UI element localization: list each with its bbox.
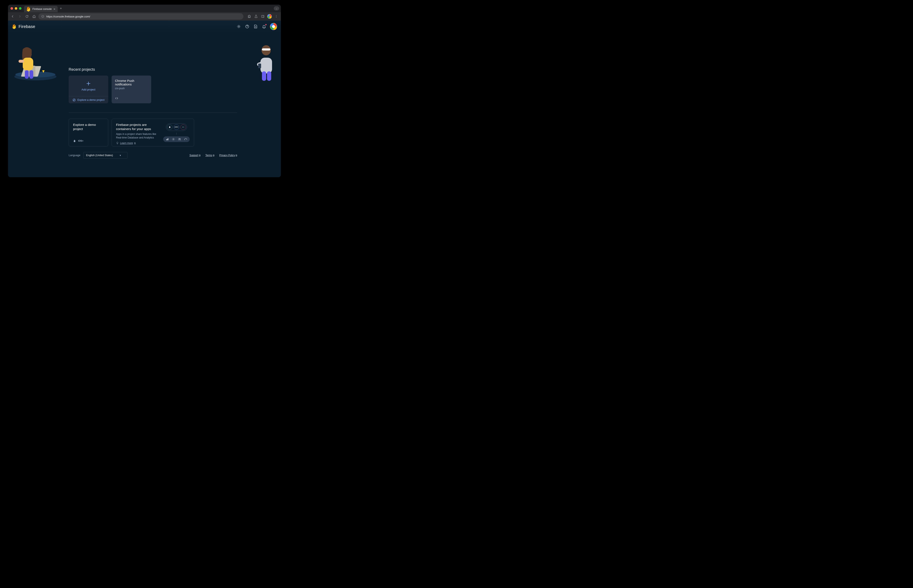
firebase-favicon-icon — [26, 6, 31, 12]
svg-rect-1 — [262, 15, 264, 18]
lightbulb-icon — [116, 142, 119, 144]
add-project-label: Add project — [81, 88, 96, 91]
svg-rect-22 — [258, 63, 261, 68]
tab-overflow-button[interactable]: ⌄ — [274, 6, 279, 11]
svg-rect-15 — [29, 70, 33, 79]
forward-button[interactable] — [17, 13, 23, 19]
back-button[interactable] — [10, 13, 16, 19]
notification-badge-icon — [265, 24, 267, 26]
new-tab-button[interactable]: + — [58, 6, 64, 10]
project-platform-icon — [115, 97, 148, 100]
cloud-icon — [184, 137, 187, 141]
language-select[interactable]: English (United States) ▼ — [83, 152, 128, 159]
home-button[interactable] — [31, 13, 37, 19]
add-project-tile: Add project Explore a demo project — [69, 76, 108, 103]
svg-point-4 — [276, 17, 277, 18]
project-cards-row: Add project Explore a demo project Chrom… — [69, 76, 237, 103]
external-link-icon: ⧉ — [199, 154, 201, 157]
notifications-button[interactable] — [262, 24, 267, 29]
svg-rect-24 — [166, 139, 167, 140]
learn-more-label: Learn more — [120, 142, 133, 145]
illustration-right — [249, 39, 281, 81]
explore-card-title: Explore a demo project — [73, 123, 104, 131]
firebase-console-page: Firebase — [8, 21, 281, 177]
browser-toolbar: https://console.firebase.google.com/ — [8, 12, 281, 21]
minimize-window-button[interactable] — [15, 7, 17, 10]
toolbar-right — [246, 13, 279, 19]
svg-rect-18 — [267, 71, 271, 81]
ios-pill-icon: iOS+ — [174, 124, 179, 130]
url-text: https://console.firebase.google.com/ — [46, 15, 90, 18]
hero-banner — [8, 32, 281, 81]
language-label: Language — [69, 154, 81, 157]
svg-point-3 — [276, 16, 277, 17]
firebase-header: Firebase — [8, 21, 281, 32]
containers-info-card: Firebase projects are containers for you… — [112, 119, 194, 147]
side-panel-button[interactable] — [260, 13, 266, 19]
window-controls — [11, 7, 21, 10]
svg-point-27 — [173, 139, 174, 139]
svg-rect-16 — [261, 58, 272, 73]
svg-point-28 — [179, 138, 180, 139]
analytics-icon — [166, 137, 169, 141]
avatar-icon — [267, 14, 272, 19]
add-project-button[interactable]: Add project — [69, 76, 108, 96]
site-info-icon[interactable] — [41, 15, 44, 18]
illustration-left — [12, 39, 58, 81]
users-icon — [178, 137, 181, 141]
firebase-logo-icon — [12, 24, 16, 29]
web-pill-icon — [180, 124, 186, 130]
project-id: crx-push — [115, 87, 148, 90]
android-icon — [73, 139, 76, 142]
address-bar[interactable]: https://console.firebase.google.com/ — [38, 13, 243, 19]
tab-title: Firebase console — [32, 8, 52, 11]
containers-visual: iOS+ — [163, 123, 190, 142]
svg-rect-14 — [25, 70, 29, 79]
chevron-down-icon: ▼ — [119, 154, 121, 157]
docs-button[interactable] — [253, 24, 258, 29]
fullscreen-window-button[interactable] — [19, 7, 21, 10]
extensions-button[interactable] — [246, 13, 252, 19]
svg-rect-20 — [262, 48, 270, 50]
web-icon — [115, 97, 118, 100]
ios-icon: iOS+ — [78, 139, 83, 142]
tab-bar: Firebase console ✕ + ⌄ — [8, 5, 281, 12]
main-content: Recent projects Add project Explore a de… — [69, 81, 237, 163]
learn-more-link[interactable]: Learn more ⧉ — [116, 142, 159, 145]
language-value: English (United States) — [86, 154, 113, 157]
containers-subtitle: Apps in a project share features like Re… — [116, 132, 159, 139]
compass-icon — [73, 98, 76, 102]
labs-button[interactable] — [253, 13, 259, 19]
explore-demo-link[interactable]: Explore a demo project — [69, 96, 108, 103]
close-tab-button[interactable]: ✕ — [53, 8, 56, 11]
help-button[interactable] — [244, 24, 250, 29]
browser-window: Firebase console ✕ + ⌄ https://console.f… — [8, 5, 281, 177]
page-footer: Language English (United States) ▼ Suppo… — [69, 152, 237, 159]
project-card[interactable]: Chrome Push notifications crx-push — [112, 76, 151, 103]
browser-tab[interactable]: Firebase console ✕ — [24, 6, 58, 12]
terms-link[interactable]: Terms⧉ — [205, 154, 214, 157]
reload-button[interactable] — [24, 13, 30, 19]
settings-icon — [172, 137, 175, 141]
close-window-button[interactable] — [11, 7, 13, 10]
svg-point-5 — [238, 26, 240, 27]
chrome-menu-button[interactable] — [273, 13, 279, 19]
svg-point-29 — [180, 139, 180, 139]
svg-rect-25 — [167, 139, 168, 141]
project-name: Chrome Push notifications — [115, 79, 148, 86]
android-pill-icon — [167, 124, 172, 130]
profile-icon[interactable] — [267, 13, 272, 19]
svg-point-23 — [73, 99, 75, 101]
svg-rect-17 — [262, 71, 266, 81]
external-link-icon: ⧉ — [236, 154, 237, 157]
support-link[interactable]: Support⧉ — [189, 154, 201, 157]
external-link-icon: ⧉ — [213, 154, 214, 157]
theme-toggle-button[interactable] — [236, 24, 241, 29]
explore-card-platforms: iOS+ — [73, 139, 104, 142]
privacy-link[interactable]: Privacy Policy⧉ — [219, 154, 237, 157]
explore-demo-label: Explore a demo project — [78, 99, 105, 102]
containers-title: Firebase projects are containers for you… — [116, 123, 159, 131]
svg-rect-26 — [168, 138, 168, 140]
explore-demo-card[interactable]: Explore a demo project iOS+ — [69, 119, 108, 147]
google-account-button[interactable] — [270, 23, 277, 30]
